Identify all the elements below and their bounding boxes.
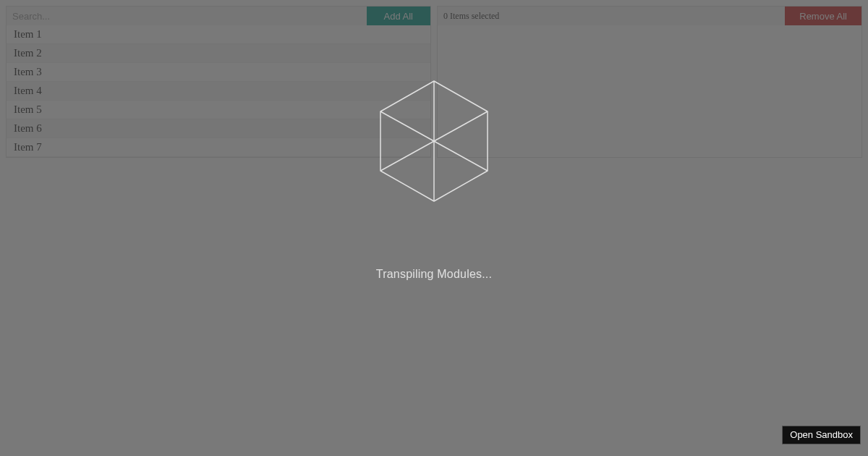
loading-text: Transpiling Modules...	[376, 268, 492, 281]
app-root: Add All Item 1 Item 2 Item 3 Item 4 Item…	[0, 0, 868, 456]
svg-line-6	[434, 141, 488, 171]
svg-line-3	[434, 111, 488, 141]
svg-line-2	[380, 111, 434, 141]
svg-line-5	[380, 141, 434, 171]
cube-icon	[378, 80, 490, 203]
open-sandbox-button[interactable]: Open Sandbox	[782, 426, 861, 444]
loading-overlay: Transpiling Modules...	[0, 0, 868, 456]
